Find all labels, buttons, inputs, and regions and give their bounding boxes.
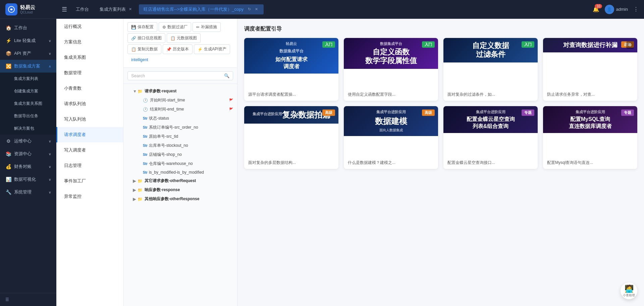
history-button[interactable]: 📌 历史版本 — [163, 44, 193, 54]
card-image-2: 数据集成平台 自定义函数数学字段属性值 入门 — [344, 38, 438, 88]
left-panel-request-queue-label: 请求队列池 — [64, 101, 86, 106]
notification-button[interactable]: 🔔 10 — [593, 6, 599, 12]
left-panel-request-queue[interactable]: 请求队列池 — [56, 96, 123, 112]
gen-api-button[interactable]: ⚡ 生成API资产 — [194, 44, 230, 54]
expand-icon2[interactable]: ▶ — [133, 179, 138, 183]
settings-icon[interactable]: ⚙ — [626, 41, 634, 49]
interface-view-button[interactable]: 🔗 接口信息视图 — [127, 33, 165, 43]
left-panel-request-scheduler[interactable]: 请求调度者 — [56, 127, 123, 142]
tree-label-stockout-no: 出库单号-stockout_no — [149, 143, 233, 148]
sidebar-item-create-integration[interactable]: 创建集成方案 — [0, 85, 56, 97]
sidebar-item-finance[interactable]: 💰 财务对账 ∨ — [0, 160, 56, 173]
tree-item-response[interactable]: ▶ 📁 响应参数-response — [123, 185, 237, 194]
data-filter-button[interactable]: ⚙ 数据过滤厂 — [159, 22, 191, 32]
tab-active[interactable]: 旺店通销售出库-->全蝶采购入库（一件代发）_copy ↻ ✕ — [139, 4, 264, 14]
guide-card-6[interactable]: 集成平台进阶应用 数据建模 面向人数据集成 高级 什么是数据建模？建模之... — [344, 106, 438, 169]
tree-item-is-by-modified[interactable]: ▶ Str is_by_modified-is_by_modified — [123, 168, 237, 176]
sidebar-item-data-export[interactable]: 数据导出任务 — [0, 110, 56, 122]
tree-item-other-request[interactable]: ▶ 📁 其它请求参数-otherRequest — [123, 176, 237, 185]
logo-sub: QCLoud — [20, 10, 35, 14]
tree-label-status: 状态-status — [149, 116, 233, 121]
sidebar-collapse-btn[interactable]: ☰ — [0, 293, 56, 306]
sidebar-item-data-integration[interactable]: 🔀 数据集成方案 ∧ — [0, 60, 56, 73]
tab-integration-list[interactable]: 集成方案列表 ✕ — [95, 4, 138, 14]
hamburger-icon[interactable]: ☰ — [62, 6, 67, 13]
sidebar-item-lite[interactable]: ⚡ Lite 轻集成 ∨ — [0, 34, 56, 47]
folder-icon4: 📁 — [138, 197, 143, 202]
left-panel-overview[interactable]: 运行概况 — [56, 19, 123, 34]
guide-card-7[interactable]: 集成平台进阶应用 配置金蝶云星空查询列表&组合查询 专题 配置金蝶云星空查询接口… — [443, 106, 538, 169]
left-panel-write-queue[interactable]: 写入队列池 — [56, 112, 123, 127]
tab-active-close2[interactable]: ✕ — [254, 7, 259, 12]
time-icon: 🕐 — [143, 98, 148, 103]
chevron-down-icon: ∨ — [49, 178, 51, 181]
assistant-bubble[interactable]: 🧑‍💻 小青助理 — [621, 282, 637, 299]
sidebar-item-dataviz[interactable]: 📊 数据可视化 ∨ — [0, 173, 56, 186]
tree-item-src-tid[interactable]: ▶ Str 原始单号-src_tid — [123, 132, 237, 141]
tree-item-start-time[interactable]: ▶ 🕐 开始时间-start_time 🚩 — [123, 96, 237, 105]
left-panel-query-label: 小青查数 — [64, 86, 82, 91]
finance-icon: 💰 — [5, 164, 11, 169]
tree-item-warehouse-no[interactable]: ▶ Str 仓库编号-warehouse_no — [123, 159, 237, 168]
sidebar-item-api[interactable]: 📦 API 资产 ∨ — [0, 47, 56, 60]
tree-item-stockout-no[interactable]: ▶ Str 出库单号-stockout_no — [123, 141, 237, 150]
tree-item-request[interactable]: ▼ 📁 请求参数-request — [123, 87, 237, 96]
tree-item-status[interactable]: ▶ Str 状态-status — [123, 114, 237, 123]
tree-item-shop-no[interactable]: ▶ Str 店铺编号-shop_no — [123, 150, 237, 159]
sidebar-item-system[interactable]: 🔧 系统管理 ∨ — [0, 186, 56, 199]
chevron-down-icon: ∨ — [49, 52, 51, 55]
tree-label-src-tid: 原始单号-src_tid — [149, 134, 233, 139]
tree-item-other-response[interactable]: ▶ 📁 其他响应参数-otherResponse — [123, 194, 237, 204]
card-image-4: 对查询数据进行补漏 进阶 ⚙ — [543, 38, 637, 88]
sidebar-item-integration-graph[interactable]: 集成方案关系图 — [0, 97, 56, 110]
integration-icon: 🔀 — [5, 63, 11, 69]
left-panel-info[interactable]: 方案信息 — [56, 34, 123, 50]
left-panel-write-scheduler[interactable]: 写入调度者 — [56, 142, 123, 158]
left-panel-event-factory[interactable]: 事件加工厂 — [56, 173, 123, 189]
intelligent-button[interactable]: intelligent — [127, 55, 152, 64]
left-panel-graph[interactable]: 集成关系图 — [56, 50, 123, 65]
header-tabs: 工作台 集成方案列表 ✕ 旺店通销售出库-->全蝶采购入库（一件代发）_copy… — [71, 4, 593, 14]
sidebar: 轻易云 QCLoud 🏠 工作台 ⚡ Lite 轻集成 ∨ 📦 API 资产 ∨… — [0, 0, 56, 306]
tree-item-end-time[interactable]: ▶ 🕐 结束时间-end_time 🚩 — [123, 105, 237, 114]
expand-icon3[interactable]: ▶ — [133, 188, 138, 192]
sidebar-item-ops[interactable]: ⚙ 运维中心 ∨ — [0, 135, 56, 147]
dataviz-icon: 📊 — [5, 177, 11, 182]
str-type: Str — [143, 135, 148, 138]
sidebar-item-integration-list[interactable]: 集成方案列表 — [0, 73, 56, 85]
sidebar-item-resources[interactable]: 📚 资源中心 ∨ — [0, 147, 56, 160]
guide-card-1[interactable]: 轻易云 数据集成平台 如何配置请求调度者 入门 源平台请求调度者配置操... — [244, 38, 338, 101]
sidebar-item-solution-pkg[interactable]: 解决方案包 — [0, 122, 56, 135]
guide-card-2[interactable]: 数据集成平台 自定义函数数学字段属性值 入门 使用自定义函数配置字段... — [344, 38, 438, 101]
save-config-button[interactable]: 💾 保存配置 — [127, 22, 157, 32]
guide-card-4[interactable]: 对查询数据进行补漏 进阶 ⚙ 防止请求任务异常，对查... — [543, 38, 637, 101]
guide-card-3[interactable]: 自定义数据过滤条件 入门 面对复杂的过滤条件，如... — [443, 38, 538, 101]
expand-icon[interactable]: ▼ — [133, 89, 138, 94]
metadata-view-button[interactable]: 📋 元数据视图 — [167, 33, 201, 43]
tab-active-close[interactable]: ↻ — [247, 7, 252, 12]
user-info[interactable]: 👤 admin — [605, 5, 628, 14]
search-icon[interactable]: 🔍 — [224, 73, 229, 78]
repair-button[interactable]: ✏ 补漏措施 — [193, 22, 221, 32]
tree-item-src-order-no[interactable]: ▶ Str 系统订单编号-src_order_no — [123, 123, 237, 132]
copy-metadata-button[interactable]: 📋 复制元数据 — [127, 44, 161, 54]
more-button[interactable]: ⋮ — [633, 6, 639, 12]
left-panel-data-mgmt[interactable]: 数据管理 — [56, 65, 123, 81]
left-panel-log-mgmt[interactable]: 日志管理 — [56, 158, 123, 173]
str-type: Str — [143, 153, 148, 157]
sidebar-item-workbench[interactable]: 🏠 工作台 — [0, 21, 56, 34]
guide-card-8[interactable]: 集成平台进阶应用 配置MySQL查询直连数据库调度者 专题 配置Mysql查询语… — [543, 106, 637, 169]
guide-card-5[interactable]: 集成平台进阶应用 复杂数据拍扁 高级 面对复杂的多层数据结构... — [244, 106, 338, 169]
resources-icon: 📚 — [5, 151, 11, 157]
card-badge-8: 专题 — [621, 110, 634, 116]
expand-icon4[interactable]: ▶ — [133, 197, 138, 202]
tab-workbench[interactable]: 工作台 — [71, 4, 94, 14]
tab-integration-list-close[interactable]: ✕ — [128, 7, 133, 12]
tree-label-end-time: 结束时间-end_time — [150, 106, 228, 112]
left-panel-query[interactable]: 小青查数 — [56, 81, 123, 96]
card-image-7: 集成平台进阶应用 配置金蝶云星空查询列表&组合查询 专题 — [443, 106, 538, 157]
copy-icon: 📋 — [131, 47, 136, 52]
search-box: 🔍 — [123, 68, 237, 84]
search-input[interactable] — [131, 73, 224, 78]
left-panel-anomaly[interactable]: 异常监控 — [56, 189, 123, 204]
